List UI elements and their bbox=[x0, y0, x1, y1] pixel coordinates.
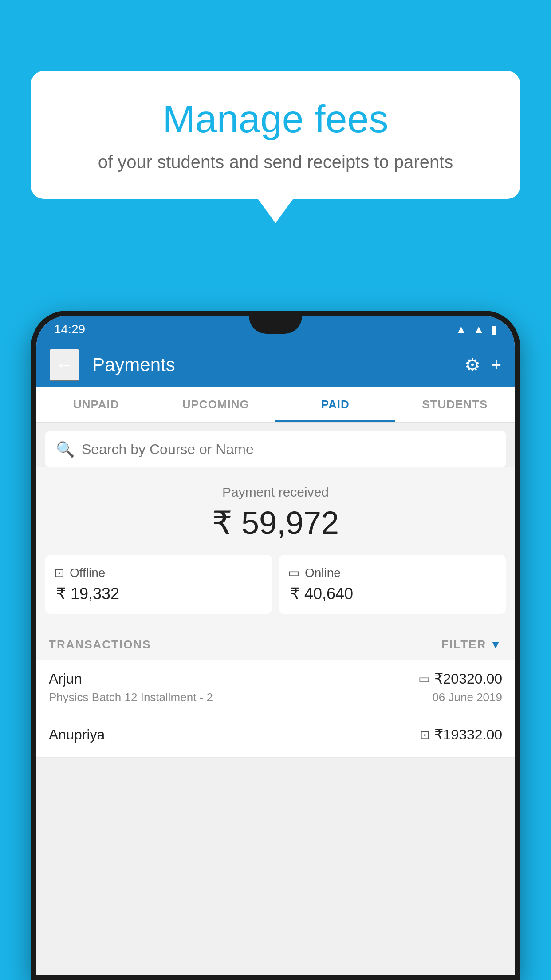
payment-received-label: Payment received bbox=[45, 485, 506, 500]
content-area: 🔍 Payment received ₹ 59,972 ⊡ Offline ₹ … bbox=[36, 423, 515, 758]
payment-summary: Payment received ₹ 59,972 bbox=[36, 467, 515, 555]
offline-icon: ⊡ bbox=[54, 565, 64, 580]
search-input[interactable] bbox=[82, 441, 495, 458]
search-container: 🔍 bbox=[45, 431, 506, 467]
search-icon: 🔍 bbox=[56, 440, 75, 458]
online-payment-icon: ▭ bbox=[418, 672, 430, 686]
transactions-header: TRANSACTIONS FILTER ▼ bbox=[36, 627, 515, 660]
table-row[interactable]: Anupriya ⊡ ₹19332.00 bbox=[36, 715, 515, 758]
battery-icon: ▮ bbox=[491, 323, 497, 336]
online-card: ▭ Online ₹ 40,640 bbox=[279, 555, 506, 614]
back-button[interactable]: ← bbox=[50, 349, 79, 381]
page-title: Payments bbox=[92, 354, 456, 375]
transaction-amount-row: ⊡ ₹19332.00 bbox=[420, 726, 502, 743]
wifi-icon: ▲ bbox=[456, 323, 467, 336]
filter-icon: ▼ bbox=[490, 638, 502, 652]
transaction-name: Arjun bbox=[49, 671, 82, 687]
offline-payment-icon: ⊡ bbox=[420, 727, 430, 742]
offline-label: Offline bbox=[70, 566, 105, 580]
online-amount: ₹ 40,640 bbox=[288, 585, 497, 603]
transaction-amount: ₹20320.00 bbox=[434, 670, 502, 687]
payment-cards: ⊡ Offline ₹ 19,332 ▭ Online ₹ 40,640 bbox=[36, 555, 515, 627]
app-bar: ← Payments ⚙ + bbox=[36, 343, 515, 387]
transaction-top-row: Arjun ▭ ₹20320.00 bbox=[49, 670, 502, 687]
online-label: Online bbox=[305, 566, 341, 580]
tab-upcoming[interactable]: UPCOMING bbox=[156, 387, 276, 422]
transaction-top-row: Anupriya ⊡ ₹19332.00 bbox=[49, 726, 502, 743]
transactions-label: TRANSACTIONS bbox=[49, 638, 151, 652]
transaction-date: 06 June 2019 bbox=[432, 691, 502, 704]
phone-frame: 14:29 ▲ ▲ ▮ ← Payments ⚙ + UNPAID UPCOMI… bbox=[31, 311, 520, 980]
transaction-amount-row: ▭ ₹20320.00 bbox=[418, 670, 502, 687]
offline-amount: ₹ 19,332 bbox=[54, 585, 263, 603]
status-time: 14:29 bbox=[54, 322, 85, 336]
bubble-title: Manage fees bbox=[53, 98, 498, 141]
tabs-bar: UNPAID UPCOMING PAID STUDENTS bbox=[36, 387, 515, 423]
online-icon: ▭ bbox=[288, 565, 299, 580]
bubble-subtitle: of your students and send receipts to pa… bbox=[53, 150, 498, 174]
transaction-course: Physics Batch 12 Installment - 2 bbox=[49, 691, 213, 704]
filter-button[interactable]: FILTER ▼ bbox=[441, 638, 502, 652]
settings-icon[interactable]: ⚙ bbox=[464, 355, 480, 375]
offline-card: ⊡ Offline ₹ 19,332 bbox=[45, 555, 272, 614]
transaction-bottom-row: Physics Batch 12 Installment - 2 06 June… bbox=[49, 691, 502, 704]
tab-unpaid[interactable]: UNPAID bbox=[36, 387, 156, 422]
online-card-header: ▭ Online bbox=[288, 565, 497, 580]
toolbar-icons: ⚙ + bbox=[464, 355, 501, 375]
phone-screen: 14:29 ▲ ▲ ▮ ← Payments ⚙ + UNPAID UPCOMI… bbox=[36, 316, 515, 975]
filter-label: FILTER bbox=[441, 638, 486, 652]
notch bbox=[249, 316, 302, 334]
status-bar: 14:29 ▲ ▲ ▮ bbox=[36, 316, 515, 343]
add-icon[interactable]: + bbox=[491, 355, 501, 375]
table-row[interactable]: Arjun ▭ ₹20320.00 Physics Batch 12 Insta… bbox=[36, 660, 515, 715]
offline-card-header: ⊡ Offline bbox=[54, 565, 263, 580]
tab-students[interactable]: STUDENTS bbox=[395, 387, 515, 422]
speech-bubble: Manage fees of your students and send re… bbox=[31, 71, 520, 199]
signal-icon: ▲ bbox=[473, 323, 484, 336]
status-icons: ▲ ▲ ▮ bbox=[456, 323, 497, 336]
transaction-amount: ₹19332.00 bbox=[434, 726, 502, 743]
tab-paid[interactable]: PAID bbox=[276, 387, 395, 422]
payment-total-amount: ₹ 59,972 bbox=[45, 504, 506, 541]
transaction-name: Anupriya bbox=[49, 727, 105, 743]
